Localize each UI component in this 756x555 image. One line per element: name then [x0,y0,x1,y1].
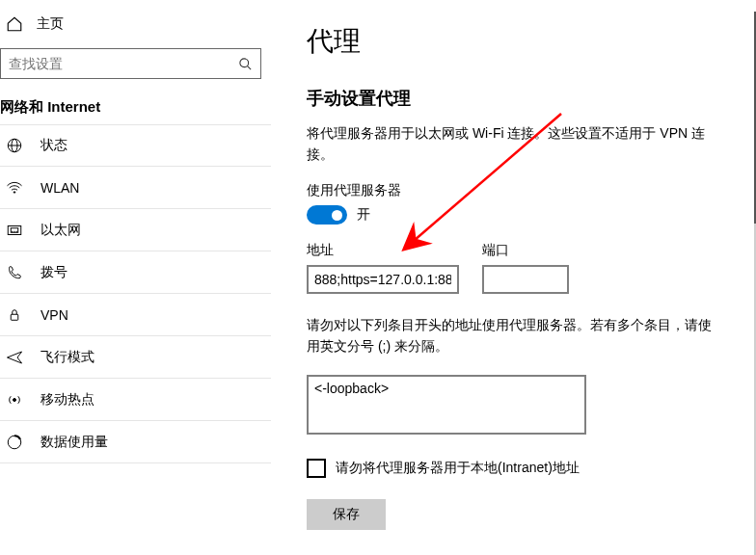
nav-item-label: 飞行模式 [40,349,94,366]
nav-item-data-usage[interactable]: 数据使用量 [0,421,271,463]
nav-item-label: 状态 [40,137,68,154]
no-local-checkbox[interactable] [307,459,326,478]
nav-item-dialup[interactable]: 拨号 [0,251,271,294]
use-proxy-toggle[interactable] [307,205,347,225]
phone-icon [6,264,23,281]
address-label: 地址 [307,242,459,259]
vpn-icon [6,306,23,324]
nav-item-hotspot[interactable]: 移动热点 [0,379,271,421]
nav-item-vpn[interactable]: VPN [0,294,271,336]
airplane-icon [6,349,23,366]
search-icon [237,56,253,71]
home-icon [6,15,23,33]
nav-item-label: 拨号 [40,264,68,281]
port-input[interactable] [482,265,569,294]
category-label: 网络和 Internet [0,96,271,124]
address-input[interactable] [307,265,459,294]
svg-point-0 [239,58,248,66]
svg-point-5 [14,191,15,193]
use-proxy-label: 使用代理服务器 [307,182,731,199]
svg-point-12 [14,398,16,401]
nav-item-label: 以太网 [40,222,81,239]
nav-item-status[interactable]: 状态 [0,124,271,167]
no-local-label: 请勿将代理服务器用于本地(Intranet)地址 [336,460,580,477]
nav-item-ethernet[interactable]: 以太网 [0,209,271,251]
bypass-description: 请勿对以下列条目开头的地址使用代理服务器。若有多个条目，请使用英文分号 (;) … [307,315,712,357]
bypass-textarea[interactable] [307,375,586,435]
nav-item-label: 数据使用量 [40,434,108,451]
nav-item-label: 移动热点 [40,391,94,409]
svg-rect-11 [11,314,18,320]
data-usage-icon [6,434,23,451]
section-description: 将代理服务器用于以太网或 Wi-Fi 连接。这些设置不适用于 VPN 连接。 [307,123,712,165]
svg-rect-6 [8,225,21,234]
save-button[interactable]: 保存 [307,499,386,530]
wifi-icon [6,179,23,197]
hotspot-icon [6,391,23,409]
port-label: 端口 [482,242,569,259]
ethernet-icon [6,222,23,239]
section-title: 手动设置代理 [307,87,731,110]
globe-icon [6,137,23,154]
page-title: 代理 [307,23,731,60]
search-input[interactable] [9,56,237,71]
toggle-state-label: 开 [357,206,370,224]
nav-item-label: WLAN [40,180,79,196]
nav-item-wlan[interactable]: WLAN [0,167,271,209]
search-box[interactable] [0,48,261,79]
home-label: 主页 [37,15,64,33]
svg-line-1 [247,66,251,69]
nav-item-label: VPN [40,307,68,323]
nav-item-airplane[interactable]: 飞行模式 [0,336,271,379]
home-link[interactable]: 主页 [0,12,271,48]
